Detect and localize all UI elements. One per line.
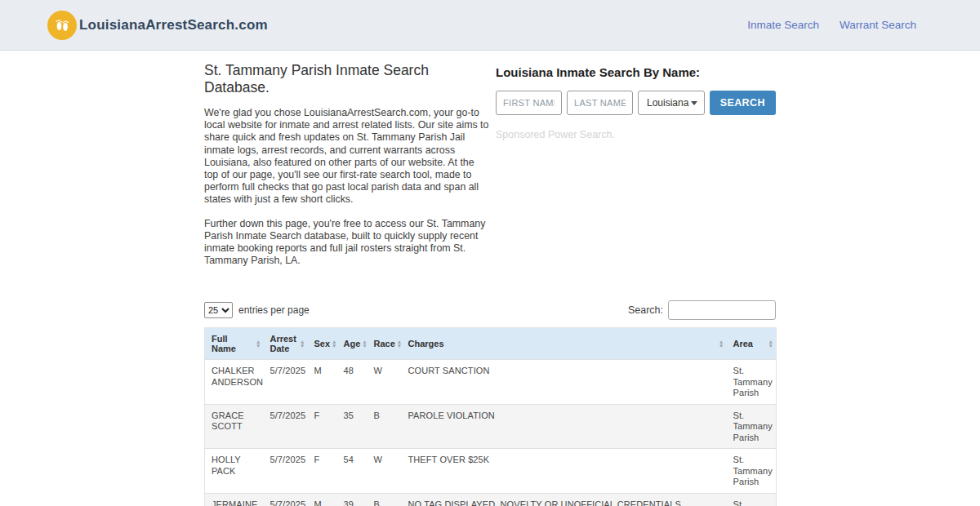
sort-arrows-icon: ▲▼ xyxy=(719,340,724,348)
site-logo[interactable]: LouisianaArrestSearch.com xyxy=(47,11,268,40)
intro-paragraph-2: Further down this page, you're free to a… xyxy=(204,218,490,268)
entries-per-page-label: entries per page xyxy=(238,304,310,316)
search-panel-heading: Louisiana Inmate Search By Name: xyxy=(496,65,776,79)
state-select[interactable]: Louisiana xyxy=(638,91,705,115)
col-header-charges[interactable]: Charges▲▼ xyxy=(402,328,727,360)
table-row[interactable]: CHALKER ANDERSON 5/7/2025 M 48 W COURT S… xyxy=(205,360,777,405)
cell-full-name: CHALKER ANDERSON xyxy=(205,360,264,405)
table-row[interactable]: HOLLY PACK 5/7/2025 F 54 W THEFT OVER $2… xyxy=(205,449,777,494)
cell-charges: COURT SANCTION xyxy=(402,360,727,405)
cell-race: W xyxy=(368,360,402,405)
sponsored-note: Sponsored Power Search. xyxy=(496,129,776,140)
cell-race: B xyxy=(368,404,402,449)
col-header-sex[interactable]: Sex▲▼ xyxy=(308,328,337,360)
page-title: St. Tammany Parish Inmate Search Databas… xyxy=(204,62,490,96)
last-name-field[interactable] xyxy=(567,91,633,115)
cell-area: St. Tammany Parish xyxy=(727,404,777,449)
main-content: St. Tammany Parish Inmate Search Databas… xyxy=(204,51,776,506)
nav-warrant-search[interactable]: Warrant Search xyxy=(840,19,916,31)
cell-full-name: JERMAINE ROSS xyxy=(205,493,264,506)
sort-arrows-icon: ▲▼ xyxy=(768,340,773,348)
col-header-race[interactable]: Race▲▼ xyxy=(368,328,402,360)
name-search-panel: Louisiana Inmate Search By Name: Louisia… xyxy=(496,55,776,278)
chevron-down-icon xyxy=(691,101,697,105)
first-name-field[interactable] xyxy=(496,91,562,115)
table-row[interactable]: JERMAINE ROSS 5/7/2025 M 39 B NO TAG DIS… xyxy=(205,493,777,506)
brand-name: LouisianaArrestSearch.com xyxy=(79,17,268,33)
cell-age: 54 xyxy=(337,449,368,494)
cell-race: B xyxy=(368,493,402,506)
inmate-roster-table: Full Name▲▼ Arrest Date▲▼ Sex▲▼ Age▲▼ Ra… xyxy=(204,327,777,506)
cell-charges: PAROLE VIOLATION xyxy=(402,404,727,449)
col-header-full-name[interactable]: Full Name▲▼ xyxy=(205,328,264,360)
cell-area: St. Tammany Parish xyxy=(727,493,777,506)
table-search-input[interactable] xyxy=(668,300,776,320)
cell-arrest-date: 5/7/2025 xyxy=(264,449,308,494)
intro-section: St. Tammany Parish Inmate Search Databas… xyxy=(204,55,490,278)
sort-arrows-icon: ▲▼ xyxy=(397,340,402,348)
cell-area: St. Tammany Parish xyxy=(727,449,777,494)
cell-charges: NO TAG DISPLAYED, NOVELTY OR UNOFFICIAL … xyxy=(402,493,727,506)
site-header: LouisianaArrestSearch.com Inmate Search … xyxy=(0,0,980,51)
cell-full-name: HOLLY PACK xyxy=(205,449,264,494)
cell-sex: M xyxy=(308,493,337,506)
table-header-row: Full Name▲▼ Arrest Date▲▼ Sex▲▼ Age▲▼ Ra… xyxy=(205,328,777,360)
sort-arrows-icon: ▲▼ xyxy=(256,340,261,348)
sort-arrows-icon: ▲▼ xyxy=(332,340,336,348)
cell-arrest-date: 5/7/2025 xyxy=(264,493,308,506)
cell-race: W xyxy=(368,449,402,494)
col-header-arrest-date[interactable]: Arrest Date▲▼ xyxy=(264,328,308,360)
col-header-area[interactable]: Area▲▼ xyxy=(727,328,777,360)
sort-arrows-icon: ▲▼ xyxy=(362,340,367,348)
top-nav: Inmate Search Warrant Search xyxy=(747,19,916,31)
name-search-form: Louisiana SEARCH xyxy=(496,91,776,115)
sort-arrows-icon: ▲▼ xyxy=(300,340,305,348)
cell-arrest-date: 5/7/2025 xyxy=(264,404,308,449)
table-search-label: Search: xyxy=(628,304,663,316)
page-size-select[interactable]: 25 xyxy=(204,302,233,318)
nav-inmate-search[interactable]: Inmate Search xyxy=(747,19,819,31)
search-button[interactable]: SEARCH xyxy=(710,91,776,115)
cell-area: St. Tammany Parish xyxy=(727,360,777,405)
table-row[interactable]: GRACE SCOTT 5/7/2025 F 35 B PAROLE VIOLA… xyxy=(205,404,777,449)
cell-arrest-date: 5/7/2025 xyxy=(264,360,308,405)
cell-age: 39 xyxy=(337,493,368,506)
cell-age: 48 xyxy=(337,360,368,405)
state-select-value: Louisiana xyxy=(647,97,688,109)
cell-sex: F xyxy=(308,404,337,449)
col-header-age[interactable]: Age▲▼ xyxy=(337,328,368,360)
footprints-logo-icon xyxy=(47,11,77,40)
cell-sex: F xyxy=(308,449,337,494)
cell-charges: THEFT OVER $25K xyxy=(402,449,727,494)
cell-sex: M xyxy=(308,360,337,405)
intro-paragraph-1: We're glad you chose LouisianaArrestSear… xyxy=(204,107,490,206)
table-controls: 25 entries per page Search: xyxy=(204,300,776,320)
cell-age: 35 xyxy=(337,404,368,449)
cell-full-name: GRACE SCOTT xyxy=(205,404,264,449)
